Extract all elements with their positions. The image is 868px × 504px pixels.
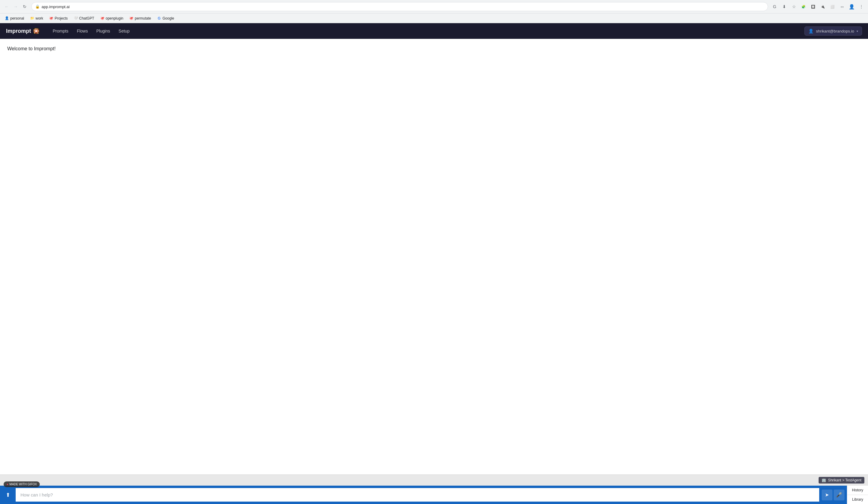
- chat-input[interactable]: [16, 488, 819, 502]
- bookmark-chatgpt-icon: 🤍: [74, 16, 78, 20]
- download-icon-btn[interactable]: ⬇: [780, 2, 788, 11]
- gifox-label: MADE WITH GIFOX: [9, 483, 37, 486]
- bookmark-openplugin[interactable]: 🐙 openplugin: [98, 15, 126, 21]
- bookmark-star-btn[interactable]: ☆: [790, 2, 798, 11]
- extension-btn-2[interactable]: 🔲: [809, 2, 817, 11]
- google-icon-btn[interactable]: G: [771, 2, 779, 11]
- browser-toolbar: ← → ↻ 🔒 app.imprompt.ai G ⬇ ☆ 🧩 🔲 🔌 ⬜ ▭ …: [0, 0, 868, 13]
- app-logo[interactable]: Imprompt 🎇: [6, 28, 40, 34]
- address-url: app.imprompt.ai: [42, 4, 764, 9]
- library-button[interactable]: Library: [847, 495, 868, 504]
- tab-list-btn[interactable]: ⬜: [828, 2, 837, 11]
- bookmark-personal[interactable]: 👤 personal: [2, 15, 27, 21]
- bookmark-projects-icon: 🐙: [49, 16, 53, 20]
- user-caret-icon: ▾: [857, 30, 858, 33]
- app-container: Imprompt 🎇 Prompts Flows Plugins Setup 👤…: [0, 23, 868, 504]
- more-btn[interactable]: ⋮: [857, 2, 866, 11]
- user-avatar-icon: 👤: [808, 29, 814, 33]
- bookmark-google-label: Google: [163, 16, 174, 20]
- bookmark-permutate[interactable]: 🐙 permutate: [127, 15, 153, 21]
- nav-links: Prompts Flows Plugins Setup: [49, 27, 805, 35]
- chat-send-button[interactable]: ➤: [822, 490, 833, 501]
- bookmark-work-icon: 📁: [30, 16, 34, 20]
- chat-upload-button[interactable]: ⬆: [0, 487, 16, 503]
- user-email: shrikant@brandops.io: [816, 29, 854, 33]
- bookmark-openplugin-label: openplugin: [106, 16, 124, 20]
- bookmark-projects-label: Projects: [54, 16, 68, 20]
- extension-btn-3[interactable]: 🔌: [819, 2, 827, 11]
- forward-button[interactable]: →: [11, 2, 20, 11]
- user-menu[interactable]: 👤 shrikant@brandops.io ▾: [805, 27, 862, 35]
- browser-chrome: ← → ↻ 🔒 app.imprompt.ai G ⬇ ☆ 🧩 🔲 🔌 ⬜ ▭ …: [0, 0, 868, 23]
- agent-label: Shrikant > TestAgent: [828, 478, 861, 482]
- nav-prompts[interactable]: Prompts: [49, 27, 72, 35]
- profile-btn[interactable]: 👤: [848, 2, 856, 11]
- send-icon: ➤: [825, 492, 829, 498]
- gifox-badge: ♥ MADE WITH GIFOX: [3, 481, 40, 487]
- agent-icon: 🏢: [822, 478, 826, 482]
- bookmark-openplugin-icon: 🐙: [100, 16, 104, 20]
- chat-side-buttons: History Library: [847, 486, 868, 504]
- logo-text: Imprompt: [6, 28, 31, 34]
- nav-plugins[interactable]: Plugins: [93, 27, 114, 35]
- bookmark-personal-icon: 👤: [5, 16, 9, 20]
- upload-icon: ⬆: [6, 492, 10, 498]
- gifox-heart-icon: ♥: [7, 483, 8, 486]
- bookmark-google-icon: G: [157, 16, 162, 20]
- extension-btn-1[interactable]: 🧩: [799, 2, 808, 11]
- chat-input-row: ⬆ ➤ 🎤 History Library: [0, 486, 868, 504]
- nav-flows[interactable]: Flows: [73, 27, 92, 35]
- chat-actions: ➤ 🎤: [819, 490, 847, 501]
- bookmarks-bar: 👤 personal 📁 work 🐙 Projects 🤍 ChatGPT 🐙…: [0, 13, 868, 23]
- bookmark-google[interactable]: G Google: [155, 15, 177, 21]
- browser-nav-buttons: ← → ↻: [2, 2, 29, 11]
- chat-bar-container: 🏢 Shrikant > TestAgent ⬆ ➤ 🎤 History Lib…: [0, 474, 868, 504]
- history-button[interactable]: History: [847, 486, 868, 495]
- welcome-message: Welcome to Imprompt!: [7, 46, 861, 52]
- address-bar[interactable]: 🔒 app.imprompt.ai: [31, 2, 768, 11]
- bookmark-chatgpt-label: ChatGPT: [79, 16, 94, 20]
- app-nav: Imprompt 🎇 Prompts Flows Plugins Setup 👤…: [0, 23, 868, 39]
- bookmark-permutate-label: permutate: [135, 16, 151, 20]
- logo-emoji: 🎇: [33, 28, 40, 34]
- browser-actions: G ⬇ ☆ 🧩 🔲 🔌 ⬜ ▭ 👤 ⋮: [771, 2, 866, 11]
- bookmark-personal-label: personal: [10, 16, 24, 20]
- bookmark-work[interactable]: 📁 work: [28, 15, 45, 21]
- mic-icon: 🎤: [836, 492, 842, 498]
- chat-mic-button[interactable]: 🎤: [834, 490, 845, 501]
- bookmark-permutate-icon: 🐙: [129, 16, 133, 20]
- reload-button[interactable]: ↻: [20, 2, 29, 11]
- nav-setup[interactable]: Setup: [115, 27, 133, 35]
- bookmark-projects[interactable]: 🐙 Projects: [47, 15, 70, 21]
- back-button[interactable]: ←: [2, 2, 11, 11]
- bookmark-chatgpt[interactable]: 🤍 ChatGPT: [71, 15, 97, 21]
- bookmark-work-label: work: [35, 16, 43, 20]
- chat-bar-header: 🏢 Shrikant > TestAgent: [0, 475, 868, 486]
- agent-selector-button[interactable]: 🏢 Shrikant > TestAgent: [819, 477, 865, 484]
- sidebar-btn[interactable]: ▭: [838, 2, 846, 11]
- main-content: Welcome to Imprompt!: [0, 39, 868, 474]
- lock-icon: 🔒: [35, 4, 40, 9]
